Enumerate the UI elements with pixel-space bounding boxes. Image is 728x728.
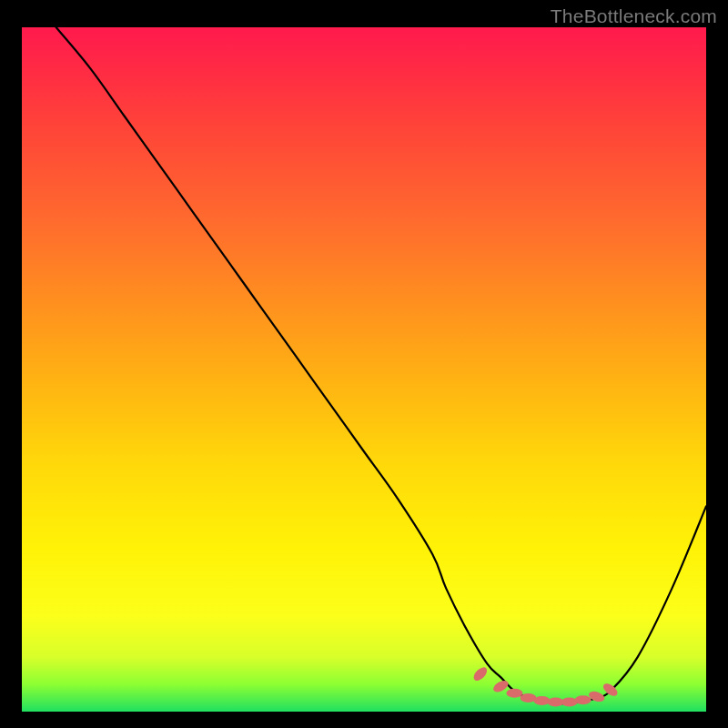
chart-frame: TheBottleneck.com [0, 0, 728, 728]
min-marker [506, 689, 522, 698]
min-marker [575, 695, 592, 704]
gradient-plot-area [22, 27, 706, 712]
min-marker [534, 696, 551, 705]
curve-layer [22, 27, 706, 712]
bottleneck-curve-path [56, 27, 706, 703]
min-marker [471, 665, 490, 683]
min-marker [561, 697, 578, 706]
watermark-text: TheBottleneck.com [551, 5, 717, 27]
